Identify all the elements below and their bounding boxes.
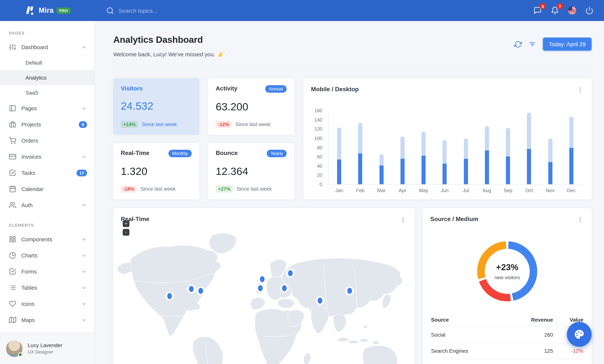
- sidebar-item-label: Auth: [21, 202, 81, 208]
- bar-apr: [401, 137, 405, 184]
- stat-delta-chip: -12%: [216, 121, 232, 128]
- sidebar-item-tables[interactable]: Tables: [0, 280, 95, 296]
- map-marker-5[interactable]: [256, 284, 265, 293]
- chart-title: Mobile / Desktop: [311, 86, 359, 93]
- bar-dec: [569, 117, 573, 184]
- sidebar-item-components[interactable]: Components: [0, 231, 95, 247]
- sidebar-subitem-saas[interactable]: SaaS: [0, 85, 95, 100]
- map-marker-8[interactable]: [315, 296, 325, 305]
- sidebar-badge: 17: [76, 169, 87, 176]
- map-landmass: [288, 310, 304, 326]
- chevron-down-icon: [81, 301, 87, 307]
- sidebar-subitem-default[interactable]: Default: [0, 55, 95, 70]
- refresh-icon[interactable]: [514, 40, 522, 48]
- stat-period-badge: Yearly: [267, 150, 287, 157]
- online-status-dot: [18, 352, 23, 357]
- stat-card-activity: ActivityAnnual63.200-12%Since last week: [208, 78, 294, 135]
- map-marker-3[interactable]: [196, 286, 205, 295]
- more-options-icon[interactable]: [399, 216, 407, 224]
- map-marker-2[interactable]: [187, 284, 196, 293]
- sidebar-section-label-mira-pro: MIRA PRO: [0, 328, 95, 332]
- x-axis-label-jun: Jun: [441, 188, 449, 193]
- x-axis-label-jul: Jul: [463, 188, 469, 193]
- map-landmass: [131, 245, 221, 336]
- sidebar-item-dashboard[interactable]: Dashboard: [0, 39, 95, 55]
- table-row-social: Social260+35%: [430, 327, 584, 343]
- table-row-search-engines: Search Engines125-12%: [430, 343, 584, 359]
- stat-title: Real-Time: [121, 150, 149, 156]
- theme-settings-fab[interactable]: [567, 322, 591, 347]
- stat-card-bounce: BounceYearly12.364+27%Since last week: [208, 143, 294, 199]
- map-marker-1[interactable]: [165, 292, 174, 301]
- sidebar-item-label: Pages: [21, 105, 81, 111]
- map-landmass: [209, 233, 236, 253]
- page-header: Analytics Dashboard Welcome back, Lucy! …: [113, 35, 591, 58]
- notifications-button[interactable]: 7: [550, 6, 560, 15]
- sidebar-subitem-analytics[interactable]: Analytics: [0, 70, 95, 85]
- more-options-icon[interactable]: [576, 216, 584, 224]
- logout-button[interactable]: [584, 6, 594, 15]
- stat-caption: Since last week: [235, 122, 271, 127]
- donut-center-value: +23%: [496, 262, 518, 272]
- mira-logo-icon: [24, 5, 36, 16]
- sidebar-item-maps[interactable]: Maps: [0, 312, 95, 328]
- x-axis-label-mar: Mar: [377, 188, 386, 193]
- messages-button[interactable]: 3: [533, 6, 542, 15]
- user-role: UX Designer: [28, 349, 62, 355]
- language-selector[interactable]: [567, 6, 577, 15]
- sidebar-item-icons[interactable]: Icons: [0, 296, 95, 312]
- column-header-revenue: Revenue: [507, 313, 554, 327]
- sidebar-item-calendar[interactable]: Calendar: [0, 181, 95, 197]
- x-axis-label-dec: Dec: [567, 188, 576, 193]
- map-landmass: [282, 258, 403, 317]
- x-axis-label-oct: Oct: [525, 188, 533, 193]
- map-island: [338, 338, 348, 341]
- cell-revenue: 164: [507, 359, 554, 364]
- map-landmass: [192, 337, 223, 364]
- donut-chart: +23% new visitors: [475, 239, 539, 303]
- notifications-count-badge: 7: [557, 3, 563, 9]
- layout-icon: [9, 105, 16, 112]
- bar-mar: [379, 154, 383, 184]
- sidebar-item-label: Components: [21, 236, 81, 242]
- sidebar-user[interactable]: Lucy Lavender UX Designer: [0, 332, 95, 364]
- bar-sep: [506, 128, 510, 184]
- sidebar-item-label: Tasks: [21, 170, 76, 176]
- bar-jan: [337, 127, 341, 184]
- map-marker-4[interactable]: [258, 275, 267, 284]
- app-root: Mira PRO 3 7: [0, 0, 604, 364]
- sidebar-item-invoices[interactable]: Invoices: [0, 149, 95, 165]
- cell-revenue: 125: [507, 343, 554, 359]
- map-island: [360, 339, 368, 342]
- stat-value: 63.200: [216, 101, 287, 113]
- sidebar-item-orders[interactable]: Orders: [0, 132, 95, 149]
- sidebar-item-forms[interactable]: Forms: [0, 264, 95, 280]
- sidebar-item-auth[interactable]: Auth: [0, 197, 95, 213]
- filter-icon[interactable]: [528, 40, 536, 48]
- sidebar-badge: 8: [79, 121, 87, 128]
- sidebar-item-tasks[interactable]: Tasks17: [0, 165, 95, 181]
- search-input[interactable]: [119, 7, 246, 14]
- stat-value: 24.532: [121, 100, 192, 112]
- page-subtitle: Welcome back, Lucy! We've missed you.: [113, 51, 225, 58]
- zoom-in-button[interactable]: +: [123, 220, 129, 227]
- more-options-icon[interactable]: [576, 86, 584, 94]
- sidebar-item-pages[interactable]: Pages: [0, 100, 95, 116]
- stat-period-badge: Annual: [265, 85, 287, 93]
- sidebar-item-projects[interactable]: Projects8: [0, 116, 95, 132]
- map-marker-9[interactable]: [345, 286, 354, 295]
- date-range-button[interactable]: Today: April 29: [543, 38, 591, 51]
- chevron-down-icon: [81, 268, 87, 275]
- map-marker-7[interactable]: [280, 284, 289, 293]
- sidebar-item-charts[interactable]: Charts: [0, 247, 95, 264]
- chevron-down-icon: [81, 317, 87, 323]
- x-axis-label-sep: Sep: [504, 188, 512, 193]
- zoom-out-button[interactable]: -: [123, 229, 129, 236]
- sidebar-section-label-pages: PAGES: [0, 21, 95, 39]
- world-map[interactable]: [113, 223, 415, 364]
- bar-plot-area: JanFebMarAprMayJunJulAugSepOctNovDec: [328, 111, 582, 185]
- chevron-down-icon: [81, 252, 87, 258]
- map-marker-6[interactable]: [286, 269, 295, 278]
- header-divider: [113, 70, 591, 70]
- brand[interactable]: Mira PRO: [0, 5, 95, 16]
